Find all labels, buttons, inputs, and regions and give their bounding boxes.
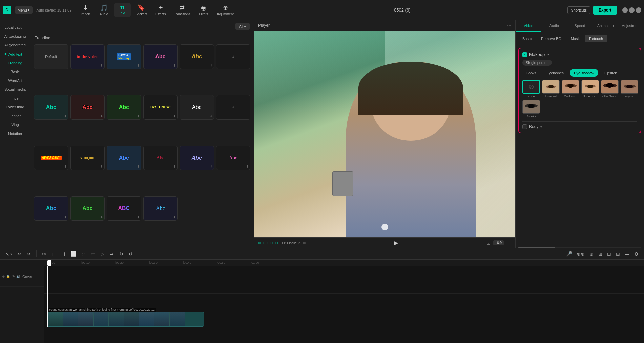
menu-button[interactable]: Menu ▾ — [15, 6, 33, 14]
tool-import[interactable]: ⬇ Import — [77, 2, 94, 18]
tl-mirror-button[interactable]: ⇌ — [108, 250, 115, 257]
eye-item-none[interactable]: ⊘ None — [522, 80, 540, 98]
tool-audio[interactable]: 🎵 Audio — [96, 2, 112, 18]
makeup-tab-lipstick[interactable]: Lipstick — [600, 69, 621, 77]
eye-item-killer-smoke[interactable]: Killer Smo... — [601, 80, 619, 98]
track-icon-audio[interactable]: 🔊 — [16, 275, 20, 278]
makeup-tab-eye-shadow[interactable]: Eye shadow — [570, 69, 598, 77]
text-item-gold-abc[interactable]: Abc ⬇ — [180, 44, 214, 69]
track-icon-eye[interactable]: 👁 — [12, 275, 15, 278]
tl-trim-right[interactable]: ⊣ — [60, 250, 66, 257]
eye-item-mystic[interactable]: mystic — [621, 80, 638, 98]
player-menu-icon[interactable]: ⋯ — [507, 23, 511, 28]
eye-item-nude-matte[interactable]: Nude ma... — [581, 80, 599, 98]
tl-settings-button[interactable]: ⚙ — [633, 250, 640, 257]
text-item-money[interactable]: $100,000 ⬇ — [70, 146, 105, 170]
body-arrow[interactable]: ▾ — [540, 125, 542, 129]
makeup-arrow[interactable]: ▾ — [547, 53, 549, 56]
tl-link-button[interactable]: ⊕ — [588, 250, 595, 257]
text-item-red-outline[interactable]: Abc ⬇ — [70, 95, 105, 120]
tl-freeze-button[interactable]: ◇ — [80, 250, 87, 257]
minimize-button[interactable] — [622, 7, 628, 13]
tl-sync-button[interactable]: ⊞ — [597, 250, 604, 257]
text-item-multi[interactable]: ABC ⬇ — [107, 196, 141, 221]
scroll-thumb[interactable] — [518, 247, 555, 248]
text-item-red-cursive[interactable]: in the video ⬇ — [70, 44, 105, 69]
sub-tab-basic[interactable]: Basic — [518, 35, 536, 42]
text-item-pink-abc[interactable]: Abc ⬇ — [143, 44, 178, 69]
tab-animation[interactable]: Animation — [593, 20, 618, 32]
aspect-ratio-button[interactable]: 16:9 — [493, 240, 504, 245]
close-button[interactable] — [636, 7, 641, 13]
makeup-checkbox[interactable]: ✓ — [522, 52, 527, 57]
sidebar-item-ai-packaging[interactable]: AI packaging — [1, 32, 29, 40]
sidebar-item-local-captions[interactable]: Local capti... — [1, 23, 29, 32]
sidebar-item-title[interactable]: Title — [1, 94, 29, 102]
tl-another3-button[interactable]: ⊞ — [615, 250, 621, 257]
shortcuts-button[interactable]: Shortcuts — [567, 6, 590, 14]
eye-item-california[interactable]: Californ... — [562, 80, 579, 98]
sidebar-item-caption[interactable]: Caption — [1, 112, 29, 120]
track-icon-add[interactable]: ⊕ — [2, 275, 5, 278]
makeup-tab-eyelashes[interactable]: Eyelashes — [542, 69, 568, 77]
all-filter-button[interactable]: All ≡ — [235, 23, 250, 30]
text-item-red-script[interactable]: Abc ⬇ — [143, 146, 178, 170]
video-clip[interactable] — [47, 312, 204, 327]
export-button[interactable]: Export — [593, 6, 617, 15]
tl-mic-button[interactable]: 🎤 — [565, 250, 573, 257]
fit-screen-icon[interactable]: ⊡ — [486, 240, 491, 246]
fullscreen-button[interactable]: ⛶ — [506, 240, 511, 246]
eye-item-smoky[interactable]: Smoky — [522, 100, 540, 118]
sidebar-item-social-media[interactable]: Social media — [1, 85, 29, 94]
tab-audio[interactable]: Audio — [541, 20, 567, 32]
sidebar-item-trending[interactable]: Trending — [1, 59, 29, 67]
text-item-italic-abc[interactable]: Abc ⬇ — [180, 146, 214, 170]
tab-video[interactable]: Video — [516, 20, 541, 32]
tl-rotate-button[interactable]: ↻ — [118, 250, 125, 257]
tl-undo-button[interactable]: ↩ — [16, 250, 23, 257]
tool-stickers[interactable]: 🔖 Stickers — [132, 2, 151, 18]
tool-effects[interactable]: ✦ Effects — [152, 2, 169, 18]
tl-another2-button[interactable]: ⊡ — [606, 250, 612, 257]
play-button[interactable]: ▶ — [394, 240, 398, 246]
text-item-white-abc[interactable]: Abc ⬇ — [180, 95, 214, 120]
sub-tab-mask[interactable]: Mask — [567, 35, 584, 42]
text-item-row2-6[interactable]: ⬇ — [216, 95, 251, 120]
text-item-nice-day[interactable]: HAVE A Nice day ⬇ — [107, 44, 141, 69]
body-checkbox[interactable] — [522, 124, 527, 129]
tab-adjustment[interactable]: Adjustment — [618, 20, 644, 32]
sidebar-item-ai-generated[interactable]: AI generated — [1, 41, 29, 49]
tab-speed[interactable]: Speed — [567, 20, 593, 32]
sidebar-item-basic[interactable]: Basic — [1, 68, 29, 76]
text-item-light-blue[interactable]: Abc ⬇ — [107, 146, 141, 170]
text-item-cyan-abc[interactable]: Abc ⬇ — [34, 95, 68, 120]
tl-crop-button[interactable]: ▭ — [89, 250, 97, 257]
sidebar-item-wordart[interactable]: WordArt — [1, 77, 29, 85]
text-item-pink-script[interactable]: Abc ⬇ — [216, 146, 251, 170]
track-icon-lock[interactable]: 🔒 — [6, 275, 10, 278]
maximize-button[interactable] — [629, 7, 635, 13]
tl-split-button[interactable]: ✂ — [41, 250, 47, 257]
sub-tab-retouch[interactable]: Retouch — [585, 35, 607, 42]
tl-play-button[interactable]: ▷ — [99, 250, 106, 257]
center-target[interactable] — [381, 224, 388, 230]
text-item-default[interactable]: Default — [34, 44, 68, 69]
text-item-tryit[interactable]: TRY IT NOW! ⬇ — [143, 95, 178, 120]
sidebar-item-lower-third[interactable]: Lower third — [1, 103, 29, 111]
text-item-awesome[interactable]: AWESOME! ⬇ — [34, 146, 68, 170]
sidebar-item-vlog[interactable]: Vlog — [1, 121, 29, 129]
eye-item-innocent[interactable]: Innocent — [542, 80, 560, 98]
tool-transitions[interactable]: ⇄ Transitions — [170, 2, 194, 18]
tl-magnet-button[interactable]: ⊕⊕ — [575, 250, 586, 257]
tool-text[interactable]: TI Text — [114, 3, 131, 17]
text-item-teal-grad[interactable]: Abc ⬇ — [34, 196, 68, 221]
tool-filters[interactable]: ◉ Filters — [195, 2, 212, 18]
tl-trim-left[interactable]: ⊢ — [50, 250, 57, 257]
sidebar-item-notation[interactable]: Notation — [1, 129, 29, 138]
text-item-outline-blue[interactable]: Abc ⬇ — [70, 196, 105, 221]
sub-tab-remove-bg[interactable]: Remove BG — [537, 35, 565, 42]
tl-cursor-tool[interactable]: ↖ ▾ — [4, 250, 13, 257]
tl-zoom-out-button[interactable]: — — [623, 250, 631, 257]
tool-adjustment[interactable]: ⊕ Adjustment — [213, 2, 237, 18]
text-item-green-abc[interactable]: Abc ⬇ — [107, 95, 141, 120]
